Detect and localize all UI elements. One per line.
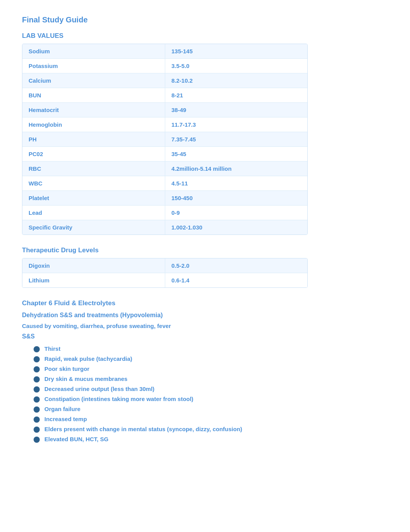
table-row: Digoxin0.5-2.0 (22, 258, 307, 273)
list-item: Increased temp (34, 416, 388, 423)
table-row: Calcium8.2-10.2 (22, 73, 307, 88)
list-item-text: Decreased urine output (less than 30ml) (44, 386, 154, 392)
table-row: Hematocrit38-49 (22, 103, 307, 117)
lab-name-cell: RBC (22, 161, 165, 176)
drug-value-cell: 0.5-2.0 (165, 258, 307, 273)
lab-value-cell: 8.2-10.2 (165, 73, 307, 88)
bullet-dot-icon (34, 376, 40, 382)
table-row: Platelet150-450 (22, 191, 307, 206)
table-row: PH7.35-7.45 (22, 132, 307, 147)
list-item: Poor skin turgor (34, 365, 388, 372)
table-row: Sodium135-145 (22, 44, 307, 59)
lab-value-cell: 135-145 (165, 44, 307, 58)
lab-name-cell: PC02 (22, 147, 165, 161)
list-item: Constipation (intestines taking more wat… (34, 396, 388, 403)
lab-name-cell: Sodium (22, 44, 165, 58)
lab-value-cell: 3.5-5.0 (165, 59, 307, 73)
list-item-text: Constipation (intestines taking more wat… (44, 396, 193, 402)
table-row: Hemoglobin11.7-17.3 (22, 117, 307, 132)
drug-name-cell: Lithium (22, 273, 165, 287)
list-item: Decreased urine output (less than 30ml) (34, 386, 388, 393)
lab-name-cell: Hemoglobin (22, 117, 165, 132)
dehydration-subheading: Dehydration S&S and treatments (Hypovole… (22, 312, 388, 319)
list-item-text: Elders present with change in mental sta… (44, 426, 242, 432)
table-row: PC0235-45 (22, 147, 307, 161)
bullet-dot-icon (34, 406, 40, 413)
lab-name-cell: BUN (22, 88, 165, 102)
bullet-dot-icon (34, 396, 40, 403)
bullet-dot-icon (34, 437, 40, 443)
bullet-dot-icon (34, 366, 40, 372)
list-item-text: Organ failure (44, 406, 80, 412)
lab-name-cell: Potassium (22, 59, 165, 73)
list-item-text: Thirst (44, 345, 61, 352)
list-item-text: Elevated BUN, HCT, SG (44, 436, 108, 442)
page-title: Final Study Guide (22, 15, 388, 24)
list-item-text: Rapid, weak pulse (tachycardia) (44, 355, 132, 362)
lab-values-table: Sodium135-145Potassium3.5-5.0Calcium8.2-… (22, 44, 308, 235)
lab-value-cell: 38-49 (165, 103, 307, 117)
table-row: Potassium3.5-5.0 (22, 59, 307, 73)
lab-value-cell: 8-21 (165, 88, 307, 102)
list-item-text: Increased temp (44, 416, 87, 422)
bullet-dot-icon (34, 386, 40, 393)
drug-name-cell: Digoxin (22, 258, 165, 273)
table-row: BUN8-21 (22, 88, 307, 103)
bullet-dot-icon (34, 346, 40, 352)
bullet-dot-icon (34, 356, 40, 362)
list-item-text: Poor skin turgor (44, 365, 90, 372)
lab-value-cell: 35-45 (165, 147, 307, 161)
therapeutic-drug-table: Digoxin0.5-2.0Lithium0.6-1.4 (22, 258, 308, 288)
table-row: Lithium0.6-1.4 (22, 273, 307, 287)
table-row: Lead0-9 (22, 206, 307, 220)
caused-by-text: Caused by vomiting, diarrhea, profuse sw… (22, 323, 388, 329)
lab-value-cell: 0-9 (165, 206, 307, 220)
lab-name-cell: WBC (22, 176, 165, 190)
list-item: Rapid, weak pulse (tachycardia) (34, 355, 388, 362)
lab-name-cell: Lead (22, 206, 165, 220)
lab-value-cell: 7.35-7.45 (165, 132, 307, 146)
lab-name-cell: PH (22, 132, 165, 146)
ss-bullet-list: ThirstRapid, weak pulse (tachycardia)Poo… (22, 345, 388, 443)
lab-value-cell: 4.2million-5.14 million (165, 161, 307, 176)
list-item: Organ failure (34, 406, 388, 413)
lab-values-heading: LAB VALUES (22, 32, 388, 40)
chapter6-heading: Chapter 6 Fluid & Electrolytes (22, 299, 388, 307)
ss-label: S&S (22, 333, 388, 340)
list-item: Elders present with change in mental sta… (34, 426, 388, 433)
drug-value-cell: 0.6-1.4 (165, 273, 307, 287)
lab-name-cell: Calcium (22, 73, 165, 88)
table-row: RBC4.2million-5.14 million (22, 161, 307, 176)
therapeutic-drug-heading: Therapeutic Drug Levels (22, 246, 388, 254)
lab-name-cell: Platelet (22, 191, 165, 205)
lab-name-cell: Specific Gravity (22, 220, 165, 235)
lab-value-cell: 4.5-11 (165, 176, 307, 190)
lab-value-cell: 11.7-17.3 (165, 117, 307, 132)
table-row: WBC4.5-11 (22, 176, 307, 191)
list-item: Dry skin & mucus membranes (34, 376, 388, 382)
lab-value-cell: 1.002-1.030 (165, 220, 307, 235)
list-item: Thirst (34, 345, 388, 352)
lab-name-cell: Hematocrit (22, 103, 165, 117)
list-item: Elevated BUN, HCT, SG (34, 436, 388, 443)
bullet-dot-icon (34, 416, 40, 423)
bullet-dot-icon (34, 427, 40, 433)
list-item-text: Dry skin & mucus membranes (44, 376, 127, 382)
lab-value-cell: 150-450 (165, 191, 307, 205)
table-row: Specific Gravity1.002-1.030 (22, 220, 307, 235)
